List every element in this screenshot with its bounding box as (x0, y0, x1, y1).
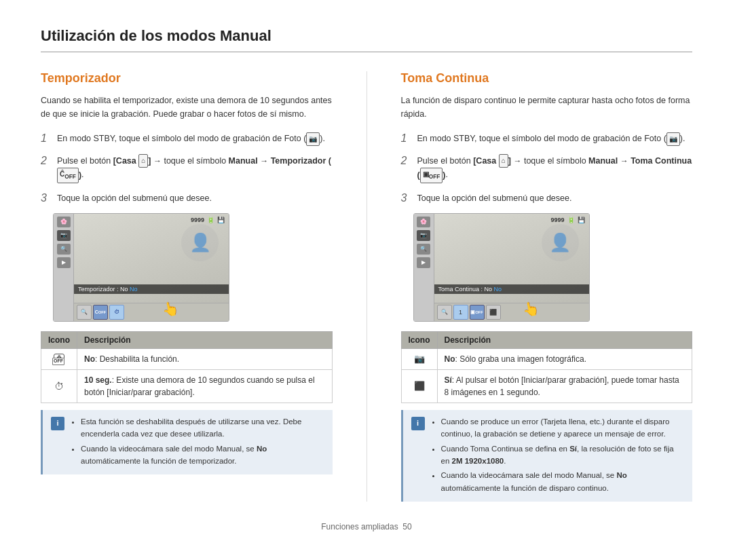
cam-btn-timer-on[interactable]: ⏱ (109, 305, 124, 320)
right-note-item-3: Cuando la videocámara sale del modo Manu… (441, 469, 685, 494)
right-note-content: Cuando se produce un error (Tarjeta llen… (430, 415, 685, 496)
left-step-3: 3 Toque la opción del submenú que desee. (41, 191, 333, 205)
home-icon: ⌂ (138, 154, 148, 168)
left-note-icon: i (51, 417, 64, 430)
cam-sidebar-icon-1: 🌸 (57, 217, 71, 227)
left-icon-cell-2: ⏱ (41, 369, 77, 403)
single-shot-badge: 📷 (414, 354, 425, 364)
left-note-box: i Esta función se deshabilita después de… (41, 410, 333, 475)
right-table-row-1: 📷 No: Sólo graba una imagen fotográfica. (401, 348, 692, 369)
finger-cursor-left: 👆 (161, 299, 181, 318)
left-table-row-2: ⏱ 10 seg.: Existe una demora de 10 segun… (41, 369, 333, 403)
right-step-3: 3 Toque la opción del submenú que desee. (401, 191, 693, 205)
right-section-title: Toma Continua (401, 71, 693, 86)
cam-btn-zoom[interactable]: 🔍 (77, 305, 92, 320)
right-camera-sidebar: 🌸 📷 🔍 ▶ (414, 214, 434, 321)
left-desc-cell-1: No: Deshabilita la función. (77, 348, 333, 369)
camera-label-temporizador: Temporizador : No No (74, 284, 229, 294)
photo-mode-icon: 📷 (306, 132, 320, 146)
right-note-item-1: Cuando se produce un error (Tarjeta llen… (441, 415, 685, 441)
right-home-icon: ⌂ (499, 154, 508, 168)
left-table-header-icon: Icono (41, 331, 77, 348)
left-step-1: 1 En modo STBY, toque el símbolo del mod… (41, 132, 333, 146)
left-note-item-1: Esta función se deshabilita después de u… (81, 415, 324, 441)
right-cam-sidebar-icon-4: ▶ (417, 257, 430, 268)
right-camera-battery-icon: 🔋 (567, 217, 575, 223)
camera-card-icon: 💾 (217, 217, 225, 223)
right-cam-btn-burst-off[interactable]: ▣OFF (470, 305, 485, 320)
finger-cursor-right: 👆 (521, 299, 541, 318)
right-cam-btn-single[interactable]: 1 (453, 305, 468, 320)
right-cam-btn-burst[interactable]: ⬛ (486, 305, 501, 320)
cam-btn-timer-off[interactable]: COFF (93, 305, 108, 320)
right-step-1: 1 En modo STBY, toque el símbolo del mod… (401, 132, 693, 146)
right-desc-cell-2: Sí: Al pulsar el botón [Iniciar/parar gr… (437, 369, 692, 403)
left-table-row-1: ĈOFF No: Deshabilita la función. (41, 348, 333, 369)
right-intro: La función de disparo continuo le permit… (401, 94, 693, 121)
footer-text: Funciones ampliadas (321, 522, 398, 531)
left-table-header-desc: Descripción (77, 331, 333, 348)
right-cam-sidebar-icon-3: 🔍 (417, 244, 430, 255)
page-title: Utilización de los modos Manual (41, 27, 692, 52)
timer-on-badge: ⏱ (54, 381, 64, 392)
left-camera-ui: 🌸 📷 🔍 ▶ 9999 🔋 💾 👤 (53, 213, 229, 322)
cam-sidebar-icon-4: ▶ (57, 257, 71, 268)
right-cam-btn-zoom[interactable]: 🔍 (437, 305, 452, 320)
right-icon-cell-2: ⬛ (401, 369, 437, 403)
timer-off-icon: ĈOFF (57, 168, 79, 183)
burst-shot-badge: ⬛ (414, 381, 425, 391)
cam-sidebar-icon-2: 📷 (57, 230, 71, 241)
left-icon-cell-1: ĈOFF (41, 348, 77, 369)
right-note-item-2: Cuando Toma Continua se defina en Sí, la… (441, 443, 685, 468)
left-info-table: Icono Descripción ĈOFF No: Deshabilita l… (41, 331, 333, 403)
left-note-item-2: Cuando la videocámara sale del modo Manu… (81, 443, 324, 468)
right-desc-cell-1: No: Sólo graba una imagen fotográfica. (437, 348, 692, 369)
right-photo-mode-icon: 📷 (666, 132, 680, 146)
camera-counter: 9999 (191, 217, 204, 223)
right-table-header-icon: Icono (401, 331, 437, 348)
camera-person-figure: 👤 (181, 224, 219, 261)
cam-sidebar-icon-3: 🔍 (57, 244, 71, 255)
camera-sidebar: 🌸 📷 🔍 ▶ (54, 214, 74, 321)
right-cam-sidebar-icon-2: 📷 (417, 230, 430, 241)
right-camera-person-figure: 👤 (542, 224, 579, 261)
column-divider (366, 71, 367, 502)
right-camera-card-icon: 💾 (578, 217, 585, 223)
right-note-box: i Cuando se produce un error (Tarjeta ll… (401, 410, 693, 502)
right-cam-sidebar-icon-1: 🌸 (417, 217, 430, 227)
burst-icon: ▣OFF (420, 168, 443, 183)
footer-page: 50 (402, 522, 411, 531)
left-section-title: Temporizador (41, 71, 333, 86)
right-table-header-desc: Descripción (437, 331, 692, 348)
left-column: Temporizador Cuando se habilita el tempo… (41, 71, 333, 502)
camera-battery-icon: 🔋 (207, 217, 214, 223)
left-step-2: 2 Pulse el botón [Casa ⌂] → toque el sím… (41, 154, 333, 183)
left-intro: Cuando se habilita el temporizador, exis… (41, 94, 333, 121)
right-column: Toma Continua La función de disparo cont… (401, 71, 693, 502)
right-table-row-2: ⬛ Sí: Al pulsar el botón [Iniciar/parar … (401, 369, 692, 403)
page-footer: Funciones ampliadas 50 (41, 522, 692, 531)
right-camera-counter: 9999 (550, 217, 564, 223)
right-step-2: 2 Pulse el botón [Casa ⌂] → toque el sím… (401, 154, 693, 183)
right-info-table: Icono Descripción 📷 No: Sólo graba una i… (401, 331, 693, 403)
left-desc-cell-2: 10 seg.: Existe una demora de 10 segundo… (77, 369, 333, 403)
camera-label-tomacontinua: Toma Continua : No No (434, 284, 589, 294)
right-note-icon: i (411, 417, 425, 430)
right-camera-ui: 🌸 📷 🔍 ▶ 9999 🔋 💾 👤 (413, 213, 590, 322)
right-icon-cell-1: 📷 (401, 348, 437, 369)
timer-off-badge: ĈOFF (54, 354, 64, 365)
left-note-content: Esta función se deshabilita después de u… (70, 415, 324, 470)
